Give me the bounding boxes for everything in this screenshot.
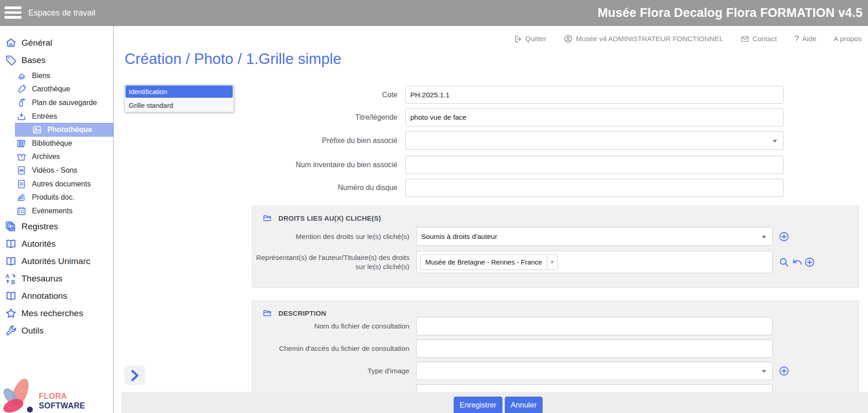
section-title: DROITS LIES AU(X) CLICHE(S) [278,214,381,222]
sidebar-item-label: Entrées [32,112,57,121]
books-icon [16,138,27,148]
sidebar-item-plan-de-sauvegarde[interactable]: Plan de sauvegarde [0,96,113,110]
field-label: Num inventaire du bien associé [201,156,397,174]
field-label: Type d'image [255,362,409,380]
sidebar-item-phototheque[interactable]: Photothèque [15,123,113,137]
folder-icon [262,213,272,223]
chip-remove-icon[interactable]: × [547,255,557,270]
field-label: Titre/légende [201,108,397,127]
logo-brand-software: SOFTWARE [39,401,85,410]
sidebar-item-outils[interactable]: Outils [0,322,113,339]
sidebar-item-evenements[interactable]: Evènements [0,204,113,218]
sidebar-item-label: Vidéos - Sons [32,166,77,175]
add-icon[interactable] [779,231,790,242]
video-file-icon [16,165,27,175]
chemin-d-acces-du-fichier-de-consultation-input[interactable] [416,339,773,358]
sidebar-item-general[interactable]: Général [0,34,113,52]
add-icon[interactable] [804,257,815,268]
fire-extinguisher-icon [16,98,27,108]
sidebar-item-autres-documents[interactable]: Autres documents [0,177,113,191]
sidebar-item-thesaurus[interactable]: ABThesaurus [0,270,113,287]
undo-icon[interactable] [791,257,803,268]
cancel-button[interactable]: Annuler [505,397,543,413]
archive-box-icon [16,152,27,162]
sidebar-item-label: Mes recherches [21,308,83,318]
num-inventaire-du-bien-associe-input[interactable] [405,156,784,174]
page-title: Création / Photo / 1.Grille simple [125,50,341,68]
nom-du-fichier-de-consultation-input[interactable] [416,317,773,335]
sidebar-item-label: Evènements [32,207,73,215]
logo-dot [27,407,33,413]
sidebar-item-label: Outils [21,326,44,336]
download-tray-icon [16,111,27,122]
sidebar-item-videos-sons[interactable]: Vidéos - Sons [0,164,113,177]
prefixe-du-bien-associe-select[interactable] [405,131,784,150]
cote-input[interactable] [405,86,784,104]
photo-icon [31,125,43,135]
titre-legende-input[interactable] [405,108,784,127]
sidebar-item-label: Général [21,38,52,48]
field-label: Préfixe du bien associé [201,131,397,150]
svg-text:A: A [5,273,10,279]
top-bar: Espaces de travail Musée Flora Decalog F… [0,0,868,26]
sidebar-item-mes-recherches[interactable]: Mes recherches [0,305,113,322]
sidebar-item-label: Autres documents [32,180,91,188]
current-user[interactable]: Musée v4 ADMINISTRATEUR FONCTIONNEL [564,34,723,43]
sidebar-item-label: Biens [32,72,50,80]
sidebar-item-label: Annotations [21,291,67,301]
sidebar-item-autorites-unimarc[interactable]: Autorités Unimarc [0,253,113,270]
hamburger-menu-icon[interactable] [5,6,21,19]
save-button[interactable]: Enregistrer [454,397,502,413]
type-d-image-select[interactable] [416,362,773,380]
numero-du-disque-input[interactable] [405,179,784,197]
app-title: Musée Flora Decalog Flora FORMATION v4.5 [597,0,863,26]
sidebar-item-label: Autorités [21,239,56,249]
flora-application-window: Espaces de travail Musée Flora Decalog F… [0,0,868,413]
sidebar-item-produits-doc[interactable]: Produits doc. [0,191,113,204]
sidebar-items: GénéralBasesBiensCarothèquePlan de sauve… [0,34,113,339]
document-icon [16,179,27,189]
open-book-icon [4,238,18,250]
contact-button[interactable]: Contact [741,35,777,43]
field-label: Nom du fichier de consultation [255,317,409,335]
help-button[interactable]: ? Aide [794,34,816,44]
sidebar-item-label: Archives [32,153,60,161]
chevron-right-icon [129,369,141,382]
representant-s-de-l-auteur-titulaire-s-des-droits-sur-le-s-cliche-s-field[interactable]: Musée de Bretagne - Rennes - France× [416,251,773,273]
sidebar-item-carotheque[interactable]: Carothèque [0,83,113,96]
user-icon [564,34,573,43]
quit-button[interactable]: Quitter [513,35,547,43]
expand-panel-button[interactable] [124,365,145,385]
sidebar-item-label: Carothèque [32,85,70,93]
field-label: Numéro du disque [201,179,397,197]
workspaces-label[interactable]: Espaces de travail [28,0,95,26]
add-icon[interactable] [779,365,790,376]
sidebar-item-bibliotheque[interactable]: Bibliothèque [0,137,113,150]
svg-text:B: B [11,279,16,284]
field-label: Cote [201,86,397,104]
section-panel-droits: DROITS LIES AU(X) CLICHE(S) [252,206,859,288]
sidebar-item-entrees[interactable]: Entrées [0,110,113,123]
sidebar-item-registres[interactable]: Registres [0,218,113,235]
sidebar-item-label: Bases [21,55,46,65]
sidebar-item-label: Plan de sauvegarde [32,99,97,107]
sidebar-item-autorites[interactable]: Autorités [0,235,113,253]
field-label: Mention des droits sur le(s) cliché(s) [255,227,409,246]
mention-des-droits-sur-le-s-cliche-s-select[interactable]: Soumis à droits d'auteur [416,227,773,246]
sidebar-item-label: Registres [21,222,58,232]
sidebar-item-annotations[interactable]: Annotations [0,287,113,305]
question-mark-icon: ? [794,34,799,44]
sidebar-item-biens[interactable]: Biens [0,69,113,83]
search-icon[interactable] [779,257,790,268]
value-chip: Musée de Bretagne - Rennes - France× [420,254,558,270]
logo-text: FLORA SOFTWARE Bibliothèques | Archives … [39,392,111,413]
sidebar-item-label: Bibliothèque [32,139,72,148]
sidebar-item-archives[interactable]: Archives [0,150,113,164]
sidebar: GénéralBasesBiensCarothèquePlan de sauve… [0,26,114,413]
sidebar-item-label: Autorités Unimarc [21,256,90,266]
chevron-down-icon [762,370,766,373]
sidebar-item-bases[interactable]: Bases [0,52,113,69]
about-button[interactable]: A propos [834,35,862,43]
sidebar-item-label: Thesaurus [21,274,63,284]
flora-software-logo: FLORA SOFTWARE Bibliothèques | Archives … [3,378,111,413]
